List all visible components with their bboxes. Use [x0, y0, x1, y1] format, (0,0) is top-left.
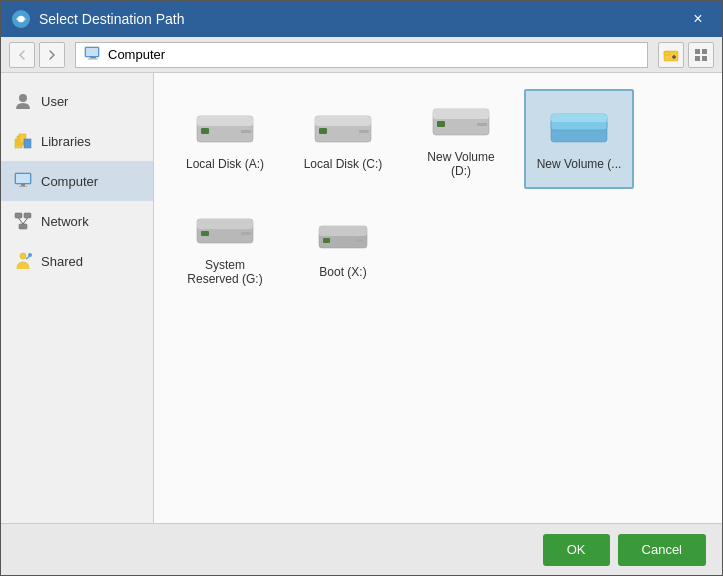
- drive-d-label: New Volume (D:): [416, 150, 506, 178]
- drive-x[interactable]: Boot (X:): [288, 197, 398, 297]
- svg-rect-20: [16, 174, 30, 183]
- computer-icon: [13, 171, 33, 191]
- drive-a-icon: [193, 108, 257, 151]
- svg-rect-4: [90, 57, 96, 59]
- dialog-title: Select Destination Path: [39, 11, 676, 27]
- footer: OK Cancel: [1, 523, 722, 575]
- drive-d-icon: [429, 101, 493, 144]
- svg-rect-51: [319, 226, 367, 236]
- drive-e[interactable]: New Volume (...: [524, 89, 634, 189]
- toolbar-right: [658, 42, 714, 68]
- sidebar-label-computer: Computer: [41, 174, 98, 189]
- drive-d[interactable]: New Volume (D:): [406, 89, 516, 189]
- libraries-icon: [13, 131, 33, 151]
- svg-rect-48: [201, 231, 209, 236]
- drive-e-label: New Volume (...: [537, 157, 622, 171]
- svg-rect-13: [702, 56, 707, 61]
- sidebar-label-network: Network: [41, 214, 89, 229]
- svg-line-27: [23, 218, 28, 224]
- svg-rect-7: [664, 52, 670, 55]
- svg-rect-21: [21, 184, 25, 186]
- svg-rect-37: [319, 128, 327, 134]
- dialog: Select Destination Path × Compute: [0, 0, 723, 576]
- sidebar-item-user[interactable]: User: [1, 81, 153, 121]
- app-icon: [11, 9, 31, 29]
- svg-rect-10: [695, 49, 700, 54]
- svg-rect-34: [241, 130, 251, 133]
- new-folder-button[interactable]: [658, 42, 684, 68]
- drive-x-label: Boot (X:): [319, 265, 366, 279]
- sidebar-label-shared: Shared: [41, 254, 83, 269]
- sidebar-item-computer[interactable]: Computer: [1, 161, 153, 201]
- svg-point-1: [18, 16, 24, 22]
- svg-rect-23: [15, 213, 22, 218]
- svg-rect-3: [86, 48, 98, 56]
- address-computer-icon: [84, 46, 102, 63]
- forward-button[interactable]: [39, 42, 65, 68]
- ok-button[interactable]: OK: [543, 534, 610, 566]
- svg-point-14: [19, 94, 27, 102]
- svg-rect-38: [359, 130, 369, 133]
- drive-a[interactable]: Local Disk (A:): [170, 89, 280, 189]
- network-icon: [13, 211, 33, 231]
- sidebar-item-libraries[interactable]: Libraries: [1, 121, 153, 161]
- shared-icon: [13, 251, 33, 271]
- svg-rect-25: [19, 224, 27, 229]
- drive-c[interactable]: Local Disk (C:): [288, 89, 398, 189]
- svg-rect-40: [433, 109, 489, 119]
- svg-rect-45: [551, 114, 607, 122]
- svg-rect-53: [355, 239, 363, 242]
- svg-point-30: [28, 253, 32, 257]
- svg-line-26: [19, 218, 24, 224]
- svg-rect-18: [24, 139, 31, 148]
- svg-rect-32: [197, 116, 253, 126]
- svg-rect-24: [24, 213, 31, 218]
- sidebar-label-user: User: [41, 94, 68, 109]
- drive-e-icon: [547, 108, 611, 151]
- drive-g[interactable]: System Reserved (G:): [170, 197, 280, 297]
- svg-rect-36: [315, 116, 371, 126]
- toolbar: Computer: [1, 37, 722, 73]
- svg-rect-42: [477, 123, 487, 126]
- sidebar-item-shared[interactable]: Shared: [1, 241, 153, 281]
- view-button[interactable]: [688, 42, 714, 68]
- close-button[interactable]: ×: [684, 5, 712, 33]
- sidebar-label-libraries: Libraries: [41, 134, 91, 149]
- svg-rect-11: [702, 49, 707, 54]
- drive-g-label: System Reserved (G:): [180, 258, 270, 286]
- drive-a-label: Local Disk (A:): [186, 157, 264, 171]
- svg-rect-49: [241, 232, 251, 235]
- svg-rect-22: [19, 186, 27, 187]
- sidebar-item-network[interactable]: Network: [1, 201, 153, 241]
- back-button[interactable]: [9, 42, 35, 68]
- drive-c-icon: [311, 108, 375, 151]
- svg-point-28: [20, 253, 26, 259]
- cancel-button[interactable]: Cancel: [618, 534, 706, 566]
- address-text: Computer: [108, 47, 165, 62]
- svg-rect-12: [695, 56, 700, 61]
- drive-x-icon: [311, 216, 375, 259]
- sidebar: User Libraries: [1, 73, 154, 523]
- main-area: Local Disk (A:) Local Disk (C:): [154, 73, 722, 523]
- svg-rect-47: [197, 219, 253, 229]
- drive-c-label: Local Disk (C:): [304, 157, 383, 171]
- drive-g-icon: [193, 209, 257, 252]
- titlebar: Select Destination Path ×: [1, 1, 722, 37]
- user-icon: [13, 91, 33, 111]
- svg-rect-52: [323, 238, 330, 243]
- svg-rect-41: [437, 121, 445, 127]
- content-area: User Libraries: [1, 73, 722, 523]
- svg-rect-33: [201, 128, 209, 134]
- svg-rect-5: [88, 59, 98, 60]
- address-bar: Computer: [75, 42, 648, 68]
